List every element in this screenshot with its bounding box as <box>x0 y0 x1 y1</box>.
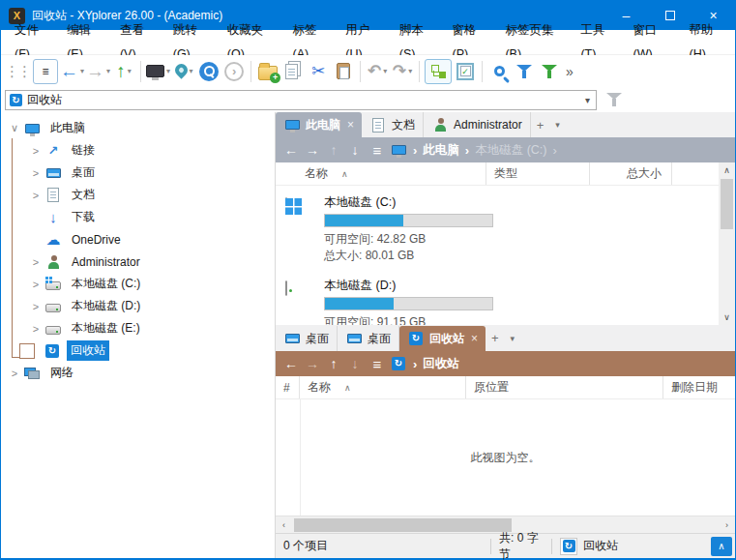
address-filter-icon[interactable] <box>606 92 622 107</box>
tree-item-downloads[interactable]: ↓ 下载 <box>1 206 275 228</box>
tab-this-pc[interactable]: 此电脑 × <box>276 112 362 137</box>
list-item-drive-d[interactable]: 本地磁盘 (D:) 可用空间: 91.15 GB <box>276 264 735 325</box>
find-files-button[interactable] <box>487 59 511 84</box>
breadcrumb-recycle-bin[interactable]: 回收站 <box>423 356 459 372</box>
collapse-icon[interactable]: ∨ <box>6 122 23 134</box>
up-button[interactable]: ↑▾ <box>112 59 135 84</box>
filter-button[interactable] <box>513 59 536 84</box>
location-button[interactable]: ▾ <box>172 59 195 84</box>
tree-item-drive-e[interactable]: > 本地磁盘 (E:) <box>1 317 275 339</box>
paste-button[interactable] <box>332 59 355 84</box>
location-dropdown-icon[interactable]: ▾ <box>190 67 193 75</box>
back-dropdown-icon[interactable]: ▾ <box>80 67 84 75</box>
crumb-up-icon[interactable]: ↑ <box>324 356 343 371</box>
column-header-original-location[interactable]: 原位置 <box>466 376 663 398</box>
expand-icon[interactable]: > <box>27 167 44 179</box>
redo-button[interactable]: ↷▾ <box>391 59 414 84</box>
tab-desktop-2[interactable]: 桌面 <box>338 326 399 351</box>
undo-button[interactable]: ↶▾ <box>366 59 389 84</box>
column-header-index[interactable]: # <box>276 376 300 398</box>
bottom-file-list[interactable]: 此视图为空。 <box>276 399 735 516</box>
up-dropdown-icon[interactable]: ▾ <box>128 67 132 75</box>
forward-button[interactable]: →▾ <box>86 59 110 84</box>
breadcrumb-drive-c[interactable]: 本地磁盘 (C:) <box>475 142 546 159</box>
cut-button[interactable]: ✂ <box>307 59 330 84</box>
scroll-right-icon[interactable]: › <box>719 517 735 533</box>
close-icon[interactable]: × <box>347 118 354 132</box>
forward-dropdown-icon[interactable]: ▾ <box>106 67 110 75</box>
crumb-up-icon[interactable]: ↑ <box>324 142 343 158</box>
redo-dropdown-icon[interactable]: ▾ <box>408 67 412 75</box>
expand-icon[interactable]: > <box>27 301 44 312</box>
new-folder-button[interactable]: + <box>256 59 280 84</box>
tab-desktop-1[interactable]: 桌面 <box>276 326 338 351</box>
column-header-type[interactable]: 类型 <box>486 162 590 185</box>
tree-item-recycle-bin[interactable]: ↻ 回收站 <box>1 339 275 362</box>
address-input[interactable]: ↻ 回收站 ▾ <box>5 90 597 110</box>
tree-item-desktop[interactable]: > 桌面 <box>1 162 275 184</box>
computer-dropdown-icon[interactable]: ▾ <box>166 67 170 75</box>
column-header-delete-date[interactable]: 删除日期 <box>663 376 735 398</box>
crumb-down-icon[interactable]: ↓ <box>345 142 365 158</box>
expand-icon[interactable]: > <box>27 145 44 157</box>
crumb-forward-icon[interactable]: → <box>303 142 322 158</box>
column-header-total-size[interactable]: 总大小 <box>590 162 672 185</box>
tree-item-this-pc[interactable]: ∨ 此电脑 <box>1 117 275 139</box>
tree-item-links[interactable]: > ↗ 链接 <box>1 139 275 162</box>
visual-filter-button[interactable] <box>538 59 561 84</box>
address-dropdown-icon[interactable]: ▾ <box>583 95 592 105</box>
new-tab-button[interactable]: + <box>531 118 550 133</box>
toggle-tree-button[interactable] <box>425 59 452 84</box>
expand-icon[interactable]: > <box>6 368 23 379</box>
tab-recycle-bin[interactable]: ↻ 回收站 × <box>399 326 486 351</box>
column-header-name[interactable]: 名称∧ <box>300 376 466 398</box>
expand-icon[interactable]: > <box>27 256 44 268</box>
recycle-bin-icon: ↻ <box>409 332 423 345</box>
tab-list-dropdown-icon[interactable]: ▾ <box>505 334 521 343</box>
crumb-back-icon[interactable]: ← <box>281 142 301 158</box>
column-header-name[interactable]: 名称∧ <box>276 162 486 185</box>
tree-item-drive-d[interactable]: > 本地磁盘 (D:) <box>1 295 275 317</box>
expand-icon[interactable]: > <box>27 323 44 335</box>
undo-dropdown-icon[interactable]: ▾ <box>383 67 387 75</box>
expand-icon[interactable]: > <box>27 190 44 201</box>
tree-item-drive-c[interactable]: > 本地磁盘 (C:) <box>1 273 275 295</box>
breadcrumb-this-pc[interactable]: 此电脑 <box>423 142 459 159</box>
toolbar-grip-icon[interactable]: ⋮⋮ <box>5 63 30 80</box>
crumb-menu-icon[interactable]: ≡ <box>367 356 388 372</box>
back-button[interactable]: ←▾ <box>60 59 84 84</box>
new-tab-button[interactable]: + <box>486 331 505 345</box>
scrollbar-thumb[interactable] <box>294 518 512 532</box>
tab-documents[interactable]: 文档 <box>362 112 424 137</box>
crumb-down-icon[interactable]: ↓ <box>345 356 365 371</box>
crumb-back-icon[interactable]: ← <box>281 356 301 371</box>
link-icon: ↗ <box>48 143 59 158</box>
tab-list-dropdown-icon[interactable]: ▾ <box>549 120 566 130</box>
scrollbar-thumb[interactable] <box>721 179 733 229</box>
tree-item-label: 此电脑 <box>46 118 89 138</box>
copy-button[interactable] <box>281 59 305 84</box>
scroll-up-icon[interactable]: ∧ <box>719 162 735 178</box>
tree-item-administrator[interactable]: > Administrator <box>1 251 275 273</box>
crumb-menu-icon[interactable]: ≡ <box>367 142 388 159</box>
statusbar-expand-button[interactable]: ∧ <box>711 537 732 556</box>
toolbar-overflow-icon[interactable]: » <box>566 64 574 79</box>
go-button[interactable]: › <box>222 59 246 84</box>
quick-search-button[interactable] <box>197 59 221 84</box>
close-icon[interactable]: × <box>471 332 478 345</box>
main-menu-button[interactable]: ≡ <box>33 59 58 84</box>
scroll-down-icon[interactable]: ∨ <box>719 309 735 325</box>
expand-icon[interactable]: > <box>27 279 44 290</box>
top-vertical-scrollbar[interactable]: ∧ ∨ <box>719 162 735 325</box>
tree-checkbox[interactable] <box>19 343 35 359</box>
tree-item-network[interactable]: > 网络 <box>1 362 275 384</box>
toggle-checkboxes-button[interactable]: ✓ <box>454 59 477 84</box>
tree-item-documents[interactable]: > 文档 <box>1 184 275 206</box>
tree-item-onedrive[interactable]: ☁ OneDrive <box>1 228 275 251</box>
go-icon: › <box>224 62 244 81</box>
crumb-forward-icon[interactable]: → <box>303 356 322 371</box>
list-item-drive-c[interactable]: 本地磁盘 (C:) 可用空间: 42.82 GB 总大小: 80.01 GB <box>276 186 735 264</box>
scroll-left-icon[interactable]: ‹ <box>276 517 292 533</box>
tab-administrator[interactable]: Administrator <box>424 112 531 137</box>
this-pc-button[interactable]: ▾ <box>146 59 170 84</box>
